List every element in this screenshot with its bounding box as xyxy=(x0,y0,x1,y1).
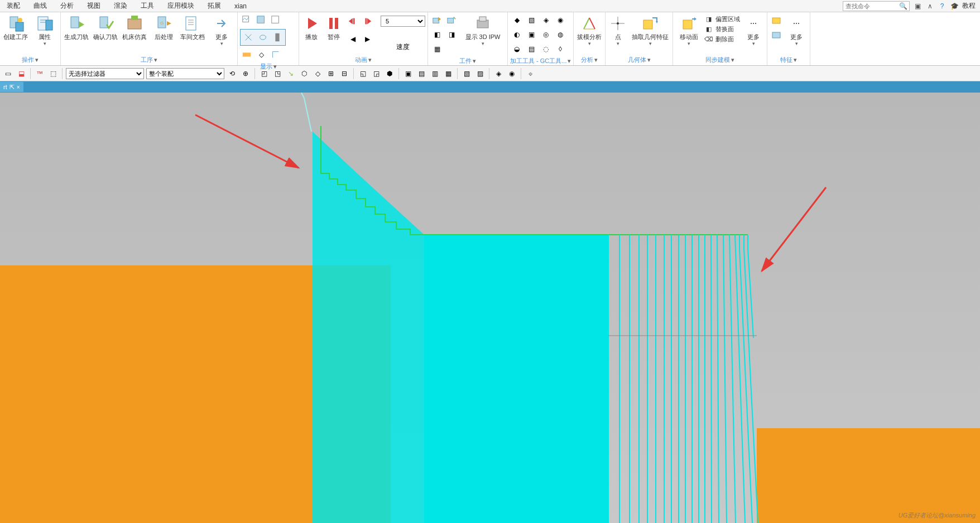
sb-21[interactable]: ⟐ xyxy=(525,68,536,79)
forward-icon[interactable] xyxy=(361,14,374,28)
gc-10[interactable]: ▤ xyxy=(525,42,538,56)
delete-face-button[interactable]: ⌫删除面 xyxy=(704,35,740,43)
gc-4[interactable]: ◉ xyxy=(554,13,567,27)
replace-face-button[interactable]: ◧替换面 xyxy=(704,25,740,33)
disp-ic-2[interactable] xyxy=(254,13,268,27)
sb-8[interactable]: ⊞ xyxy=(325,68,337,79)
gc-7[interactable]: ◎ xyxy=(539,28,553,41)
collapse-ribbon-icon[interactable]: ∧ xyxy=(925,2,934,11)
point-button[interactable]: 点▾ xyxy=(608,13,628,47)
more-feature-button[interactable]: ⋯ 更多▾ xyxy=(785,13,808,47)
viewport[interactable]: UG爱好者论坛@xiansuming xyxy=(0,93,980,523)
menu-tool[interactable]: 工具 xyxy=(134,1,161,11)
feat-1[interactable] xyxy=(770,13,783,27)
sb-19[interactable]: ◈ xyxy=(493,68,504,79)
menu-analysis[interactable]: 分析 xyxy=(54,1,80,11)
create-operation-button[interactable]: 创建工序 xyxy=(2,13,29,42)
more-process-button[interactable]: 更多▾ xyxy=(208,13,235,47)
sb-16[interactable]: ▦ xyxy=(443,68,454,79)
sb-17[interactable]: ▧ xyxy=(461,68,472,79)
sb-10[interactable]: ◱ xyxy=(357,68,368,79)
sb-14[interactable]: ▤ xyxy=(416,68,427,79)
wp-ic-4[interactable]: ◨ xyxy=(445,28,458,41)
show-ipw-button[interactable]: 显示 3D IPW▾ xyxy=(460,13,505,47)
feat-2[interactable] xyxy=(770,28,783,41)
menu-app[interactable]: 应用模块 xyxy=(161,1,201,11)
draft-analysis-button[interactable]: 拔模分析▾ xyxy=(576,13,603,47)
search-icon[interactable]: 🔍 xyxy=(899,2,907,10)
svg-rect-7 xyxy=(71,17,79,28)
sel-ic-2[interactable]: ⬓ xyxy=(16,68,27,79)
sb-11[interactable]: ◲ xyxy=(371,68,382,79)
sb-15[interactable]: ▥ xyxy=(429,68,440,79)
pause-button[interactable]: 暂停 xyxy=(324,13,344,42)
disp-ic-3[interactable] xyxy=(269,13,282,27)
more-sync-button[interactable]: ⋯ 更多▾ xyxy=(742,13,765,47)
step-back-icon[interactable]: ◀ xyxy=(346,32,359,46)
menu-render[interactable]: 渲染 xyxy=(107,1,134,11)
help-icon[interactable]: ? xyxy=(938,2,947,11)
gc-3[interactable]: ◈ xyxy=(539,13,553,27)
sb-9[interactable]: ⊟ xyxy=(339,68,350,79)
tab-popout-icon[interactable]: ⇱ xyxy=(9,84,15,91)
sb-12[interactable]: ⬢ xyxy=(384,68,395,79)
tutorial-link[interactable]: 教程 xyxy=(962,1,976,11)
menu-extend[interactable]: 拓展 xyxy=(201,1,228,11)
menu-xian[interactable]: xian xyxy=(228,2,253,10)
gc-1[interactable]: ◆ xyxy=(510,13,523,27)
shop-doc-button[interactable]: 车间文档 xyxy=(179,13,206,42)
wp-ic-3[interactable]: ◧ xyxy=(430,28,444,41)
group-label-gctools: 加工工具 - GC工具... xyxy=(510,57,566,64)
gc-8[interactable]: ◍ xyxy=(554,28,567,41)
menu-view[interactable]: 视图 xyxy=(80,1,107,11)
gc-5[interactable]: ◐ xyxy=(510,28,523,41)
speed-select[interactable]: 5 xyxy=(381,16,425,27)
sel-ic-3[interactable]: ™ xyxy=(34,68,45,79)
menu-curve[interactable]: 曲线 xyxy=(27,1,54,11)
machine-sim-icon xyxy=(126,14,143,32)
confirm-toolpath-button[interactable]: 确认刀轨 xyxy=(92,13,119,42)
disp-ic-5[interactable] xyxy=(256,31,270,44)
gc-11[interactable]: ◌ xyxy=(539,42,553,56)
move-face-button[interactable]: 移动面▾ xyxy=(675,13,702,47)
disp-ic-6[interactable] xyxy=(271,31,284,44)
wp-ic-1[interactable] xyxy=(430,13,444,27)
sb-1[interactable]: ⟲ xyxy=(227,68,238,79)
properties-button[interactable]: 属性▾ xyxy=(31,13,58,47)
tutorial-icon[interactable]: 🎓 xyxy=(950,2,959,11)
gc-12[interactable]: ◊ xyxy=(554,42,567,56)
wp-ic-5[interactable]: ▦ xyxy=(430,42,444,56)
window-layout-icon[interactable]: ▣ xyxy=(913,2,922,11)
tab-close-icon[interactable]: × xyxy=(17,84,20,90)
sel-ic-4[interactable]: ⬚ xyxy=(47,68,59,79)
menu-assembly[interactable]: 装配 xyxy=(0,1,27,11)
sb-20[interactable]: ◉ xyxy=(506,68,517,79)
gc-2[interactable]: ▧ xyxy=(525,13,538,27)
machine-sim-button[interactable]: 机床仿真 xyxy=(121,13,148,42)
rewind-icon[interactable] xyxy=(346,14,359,28)
svg-rect-44 xyxy=(772,32,780,38)
sel-ic-1[interactable]: ▭ xyxy=(2,68,13,79)
step-fwd-icon[interactable]: ▶ xyxy=(361,32,374,46)
sb-13[interactable]: ▣ xyxy=(402,68,414,79)
disp-ic-1[interactable] xyxy=(240,13,253,27)
gc-9[interactable]: ◒ xyxy=(510,42,523,56)
point-icon xyxy=(609,14,627,32)
offset-region-button[interactable]: ◨偏置区域 xyxy=(704,14,740,23)
play-button[interactable]: 播放 xyxy=(301,13,321,42)
wp-ic-2[interactable] xyxy=(445,13,458,27)
gc-6[interactable]: ▣ xyxy=(525,28,538,41)
assembly-select[interactable]: 整个装配 xyxy=(146,68,224,79)
generate-toolpath-button[interactable]: 生成刀轨 xyxy=(63,13,90,42)
disp-ic-8[interactable]: ◇ xyxy=(254,48,268,61)
disp-ic-9[interactable] xyxy=(269,48,282,61)
extract-geom-button[interactable]: 抽取几何特征▾ xyxy=(630,13,670,47)
filter-select[interactable]: 无选择过滤器 xyxy=(66,68,144,79)
sb-18[interactable]: ▨ xyxy=(474,68,486,79)
disp-ic-4[interactable] xyxy=(242,31,255,44)
postprocess-button[interactable]: G 后处理 xyxy=(150,13,177,42)
sb-7[interactable]: ◇ xyxy=(312,68,323,79)
sb-6[interactable]: ⬡ xyxy=(299,68,310,79)
doc-tab[interactable]: rt ⇱ × xyxy=(0,82,23,92)
disp-ic-7[interactable] xyxy=(240,48,253,61)
